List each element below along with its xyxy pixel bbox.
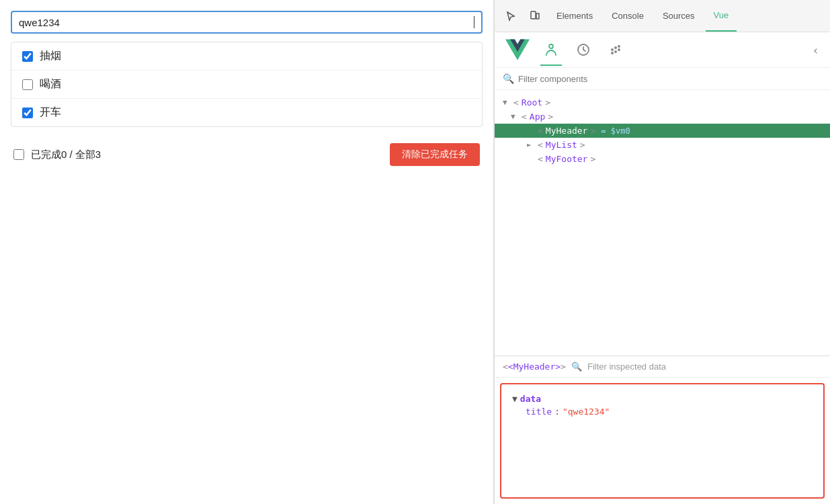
svg-point-2 <box>549 44 553 48</box>
component-tree: ▼ <Root> ▼ <App> <MyHeader> = $vm0 ► <My… <box>495 90 830 355</box>
todo-list: 抽烟 喝酒 开车 <box>11 42 483 127</box>
svg-point-7 <box>611 52 614 54</box>
drink-checkbox[interactable] <box>22 79 33 90</box>
title-input[interactable] <box>19 17 473 28</box>
devtools-panel: Elements Console Sources Vue <box>494 0 830 504</box>
svg-rect-0 <box>531 11 536 19</box>
component-filter-input[interactable] <box>518 74 631 84</box>
data-prop-value: "qwe1234" <box>563 407 610 417</box>
vue-panel: ‹ 🔍 ▼ <Root> ▼ <App> <MyHeader> = $vm0 <box>495 32 830 504</box>
title-input-wrapper[interactable] <box>11 11 483 34</box>
footer-left: 已完成0 / 全部3 <box>13 149 101 161</box>
data-triangle-icon: ▼ <box>512 394 517 404</box>
inspection-header: <<MyHeader>> 🔍 Filter inspected data <box>495 356 830 378</box>
mylist-triangle: ► <box>527 140 535 149</box>
svg-point-4 <box>611 48 614 51</box>
inspection-filter-text: Filter inspected data <box>587 362 666 372</box>
tree-item-myheader[interactable]: <MyHeader> = $vm0 <box>495 124 830 138</box>
todo-item-drive[interactable]: 开车 <box>11 99 482 126</box>
drive-checkbox[interactable] <box>22 108 33 118</box>
tab-vue[interactable]: Vue <box>706 0 737 32</box>
filter-search-icon: 🔍 <box>503 73 514 84</box>
app-triangle: ▼ <box>511 112 519 121</box>
inspection-component-tag: <<MyHeader>> <box>503 362 566 372</box>
svg-point-9 <box>618 48 620 51</box>
footer-row: 已完成0 / 全部3 清除已完成任务 <box>11 138 483 171</box>
summary-text: 已完成0 / 全部3 <box>31 149 101 161</box>
component-inspector-icon[interactable] <box>540 39 562 60</box>
tab-console[interactable]: Console <box>604 0 652 32</box>
tab-sources[interactable]: Sources <box>655 0 703 32</box>
all-checkbox[interactable] <box>13 149 24 160</box>
tree-item-myfooter[interactable]: <MyFooter> <box>495 152 830 166</box>
cursor-icon-btn[interactable] <box>500 5 522 27</box>
data-key-label: data <box>520 394 541 404</box>
vue-logo <box>505 38 530 62</box>
todo-item-smoke[interactable]: 抽烟 <box>11 42 482 71</box>
devtools-topbar: Elements Console Sources Vue <box>495 0 830 32</box>
inspection-search-icon: 🔍 <box>571 362 582 372</box>
drink-label: 喝酒 <box>40 77 61 91</box>
smoke-checkbox[interactable] <box>22 51 33 62</box>
component-filter-bar: 🔍 <box>495 68 830 90</box>
history-icon[interactable] <box>573 39 594 60</box>
data-prop-row: title : "qwe1234" <box>512 405 813 418</box>
svg-rect-1 <box>536 13 539 19</box>
performance-icon[interactable] <box>605 39 626 60</box>
myheader-triangle <box>527 126 535 135</box>
vue-toolbar: ‹ <box>495 32 830 68</box>
data-display: ▼ data title : "qwe1234" <box>500 383 825 499</box>
data-colon: : <box>554 407 560 417</box>
tab-elements[interactable]: Elements <box>548 0 601 32</box>
myfooter-triangle <box>527 155 535 163</box>
tree-item-root[interactable]: ▼ <Root> <box>495 95 830 110</box>
tree-item-app[interactable]: ▼ <App> <box>495 110 830 124</box>
svg-point-8 <box>614 50 617 53</box>
svg-point-6 <box>618 45 620 48</box>
device-icon-btn[interactable] <box>524 5 546 27</box>
data-prop-key-label: title <box>526 407 552 417</box>
drive-label: 开车 <box>40 106 61 120</box>
svg-point-5 <box>614 46 617 49</box>
todo-item-drink[interactable]: 喝酒 <box>11 71 482 99</box>
left-panel: 抽烟 喝酒 开车 已完成0 / 全部3 清除已完成任务 <box>0 0 494 504</box>
inspection-panel: <<MyHeader>> 🔍 Filter inspected data ▼ d… <box>495 356 830 504</box>
clear-button[interactable]: 清除已完成任务 <box>390 143 480 166</box>
smoke-label: 抽烟 <box>40 49 61 63</box>
tree-item-mylist[interactable]: ► <MyList> <box>495 138 830 152</box>
collapse-icon[interactable]: ‹ <box>812 43 819 57</box>
data-root-row: ▼ data <box>512 392 813 405</box>
text-cursor <box>474 16 474 28</box>
root-triangle: ▼ <box>503 98 511 107</box>
